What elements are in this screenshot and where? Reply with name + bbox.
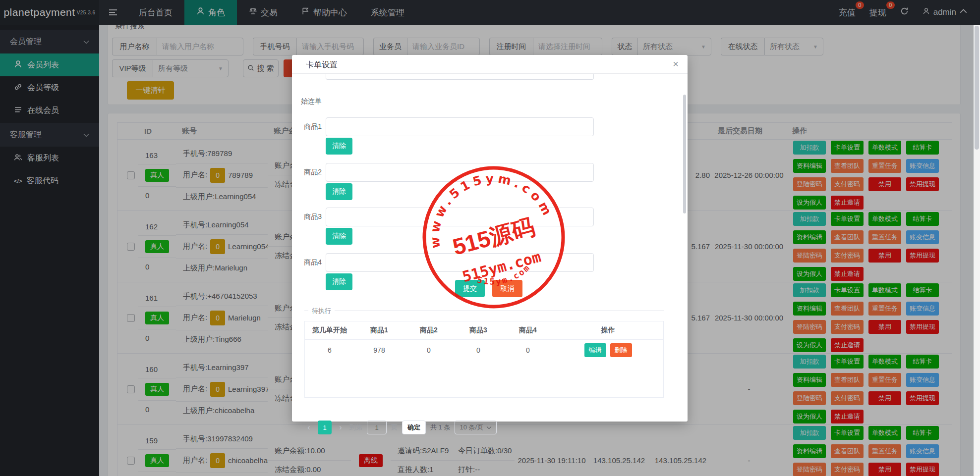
pending-cell: 0 <box>404 340 454 360</box>
product-input-2[interactable] <box>326 163 594 182</box>
page-1-button[interactable]: 1 <box>318 421 332 434</box>
dialog-title: 卡单设置 <box>306 60 338 70</box>
pagination: ‹ 1 › 到第 1 页 确定 共 1 条 10 条/页 <box>304 421 497 434</box>
pending-cell: 0 <box>503 340 553 360</box>
chevron-down-icon <box>486 426 492 429</box>
total-count: 共 1 条 <box>430 423 450 432</box>
start-order-label: 始连单 <box>292 97 322 106</box>
delete-button[interactable]: 删除 <box>610 343 632 357</box>
pending-column-header: 操作 <box>553 321 663 339</box>
page-size-select[interactable]: 10 条/页 <box>455 421 497 434</box>
product-input-1[interactable] <box>326 117 594 136</box>
pending-table: 第几单开始商品1商品2商品3商品4操作6978000编辑删除 <box>304 321 664 361</box>
page-scrollbar-thumb[interactable] <box>975 26 979 150</box>
clear-button-2[interactable]: 清除 <box>326 183 352 200</box>
jump-page-input[interactable]: 1 <box>367 421 387 434</box>
prev-page-icon[interactable]: ‹ <box>304 423 313 432</box>
pending-table-empty-area <box>304 360 664 398</box>
clear-button-1[interactable]: 清除 <box>326 138 352 155</box>
clear-button-3[interactable]: 清除 <box>326 228 352 245</box>
product-label-3: 商品3 <box>292 212 322 221</box>
start-order-input[interactable] <box>326 74 594 80</box>
product-label-2: 商品2 <box>292 168 322 177</box>
jump-prefix: 到第 <box>349 423 362 432</box>
next-page-icon[interactable]: › <box>336 423 345 432</box>
dialog-header: 卡单设置 × <box>292 55 688 74</box>
pending-row: 6978000编辑删除 <box>305 340 663 360</box>
page-scrollbar[interactable] <box>974 25 980 476</box>
product-label-1: 商品1 <box>292 122 322 131</box>
product-input-4[interactable] <box>326 253 594 272</box>
pending-column-header: 商品3 <box>454 321 503 339</box>
pending-fieldset: 待执行 <box>304 311 664 311</box>
edit-button[interactable]: 编辑 <box>584 343 606 357</box>
pending-legend: 待执行 <box>308 307 335 316</box>
jump-suffix: 页 <box>391 423 398 432</box>
clear-button-4[interactable]: 清除 <box>326 273 352 290</box>
close-icon[interactable]: × <box>673 58 679 70</box>
dialog-scrollbar[interactable] <box>683 95 686 213</box>
pending-column-header: 商品4 <box>503 321 553 339</box>
product-input-3[interactable] <box>326 208 594 226</box>
pending-column-header: 商品1 <box>354 321 404 339</box>
pending-column-header: 第几单开始 <box>305 321 354 339</box>
pending-column-header: 商品2 <box>404 321 454 339</box>
pending-header-row: 第几单开始商品1商品2商品3商品4操作 <box>305 321 663 340</box>
pending-actions-cell: 编辑删除 <box>553 340 663 360</box>
submit-button[interactable]: 提交 <box>455 280 485 297</box>
product-label-4: 商品4 <box>292 258 322 267</box>
dialog-body: 始连单 商品1清除商品2清除商品3清除商品4清除 提交 取消 待执行 第几单开始… <box>292 74 688 421</box>
card-order-dialog: 卡单设置 × 始连单 商品1清除商品2清除商品3清除商品4清除 提交 取消 待执… <box>292 55 688 422</box>
pending-cell: 978 <box>354 340 404 360</box>
pending-cell: 0 <box>454 340 503 360</box>
cancel-button[interactable]: 取消 <box>492 280 522 297</box>
pending-cell: 6 <box>305 340 354 360</box>
confirm-page-button[interactable]: 确定 <box>402 421 426 434</box>
